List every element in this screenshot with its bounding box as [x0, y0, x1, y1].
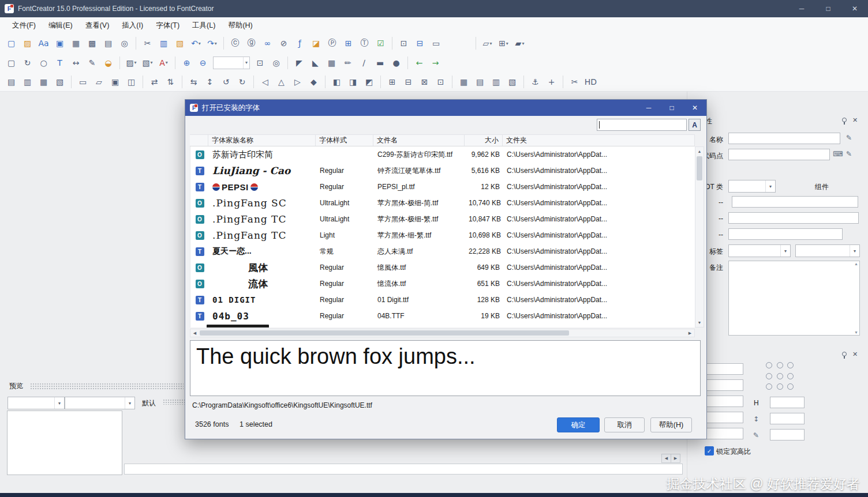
kerning-table-icon[interactable]: ▤ [472, 74, 488, 89]
note-textarea[interactable]: ▲ ▼ [728, 261, 860, 336]
pin-icon[interactable] [840, 351, 848, 359]
ot-value-input-2[interactable] [728, 212, 859, 224]
origin-dot[interactable] [777, 373, 783, 379]
show-metrics-icon[interactable]: ⊡ [433, 74, 448, 89]
height-input[interactable] [770, 397, 805, 408]
measure-tool-icon[interactable]: ↔ [68, 55, 84, 70]
chevron-down-icon[interactable]: ▾ [780, 245, 790, 257]
hatch-fill-icon[interactable]: ▧▾ [140, 55, 155, 70]
navigate-forward-icon[interactable]: → [428, 55, 443, 70]
free-rotate-icon[interactable]: ◆ [306, 74, 321, 89]
chevron-down-icon[interactable]: ▾ [243, 57, 249, 69]
font-list-row[interactable]: O 苏新诗古印宋简 C299-苏新诗古印宋简.ttf 9,962 KB C:\U… [190, 146, 695, 163]
chevron-down-icon[interactable]: ▾ [522, 41, 524, 46]
scroll-left-icon[interactable]: ◀ [190, 329, 199, 337]
link-icon[interactable]: ∞ [260, 36, 275, 51]
rotate-tool-icon[interactable]: ↻ [20, 55, 35, 70]
zoom-level-combobox[interactable]: ▾ [213, 57, 250, 69]
font-list-row[interactable]: T LiuJiang - Cao Regular 钟齐流江硬笔草体.ttf 5,… [190, 163, 695, 179]
opentype-table-icon[interactable]: ▧ [504, 74, 520, 89]
font-search-input[interactable] [597, 119, 687, 131]
unlink-icon[interactable]: ⊘ [276, 36, 291, 51]
zoom-in-icon[interactable]: ⊕ [179, 55, 194, 70]
subtract-contour-icon[interactable]: ▱ [91, 74, 107, 89]
add-contour-icon[interactable]: ▭ [75, 74, 91, 89]
insert-character-icon[interactable]: ⓒ [227, 36, 243, 51]
maximize-button[interactable]: □ [815, 0, 841, 17]
dialog-close-button[interactable]: ✕ [683, 100, 706, 116]
menu-view[interactable]: 查看(V) [79, 18, 116, 33]
help-button[interactable]: 帮助(H) [650, 417, 692, 432]
preview-font-combobox[interactable]: ▾ [8, 397, 65, 409]
ok-button[interactable]: 确定 [557, 417, 600, 432]
dialog-maximize-button[interactable]: □ [660, 100, 683, 116]
copy-icon[interactable]: ▥ [156, 36, 171, 51]
match-case-filter-button[interactable]: A [689, 119, 701, 131]
compare-fonts-icon[interactable]: ⊟ [412, 36, 428, 51]
arrange-windows-icon[interactable]: ⊞▾ [496, 36, 511, 51]
name-input[interactable] [728, 133, 840, 144]
dialog-minimize-button[interactable]: ─ [637, 100, 660, 116]
menu-tools[interactable]: 工具(L) [186, 18, 222, 33]
origin-dot[interactable] [766, 373, 772, 379]
show-guidelines-icon[interactable]: ⊠ [417, 74, 432, 89]
validate-icon[interactable]: ☑ [373, 36, 388, 51]
rotate-ccw-icon[interactable]: ↺ [218, 74, 234, 89]
skew-left-icon[interactable]: ◁ [257, 74, 273, 89]
origin-dot[interactable] [777, 362, 783, 368]
tags-filter-combobox[interactable]: ▾ [795, 244, 860, 257]
preview-size-combobox[interactable]: ▾ [65, 397, 135, 409]
panel-close-icon[interactable]: ✕ [852, 116, 858, 124]
cut-icon[interactable]: ✂ [140, 36, 155, 51]
column-folder[interactable]: 文件夹 [503, 135, 695, 146]
bool-union-icon[interactable]: ◧ [329, 74, 345, 89]
menu-edit[interactable]: 编辑(E) [42, 18, 79, 33]
font-list-row[interactable]: T 夏天ー恋... 常规 恋人未满.ttf 22,228 KB C:\Users… [190, 243, 695, 259]
tags-combobox[interactable]: ▾ [728, 244, 791, 257]
origin-dot[interactable] [787, 383, 794, 390]
font-list-row[interactable]: O 流体 Regular 憶流体.ttf 651 KB C:\Users\Adm… [190, 276, 695, 292]
angle-input[interactable] [770, 429, 805, 440]
text-tool-icon[interactable]: T [52, 55, 68, 70]
chevron-down-icon[interactable]: ▾ [166, 60, 168, 65]
font-list-row[interactable]: T 01 DIGIT Regular 01 Digit.ttf 128 KB C… [190, 292, 695, 308]
scroll-right-icon[interactable]: ▶ [686, 329, 694, 337]
horizontal-scrollbar[interactable]: ◀ ▶ [190, 329, 695, 337]
import-glyph-icon[interactable]: ▤ [3, 74, 19, 89]
font-list-row[interactable]: O 風体 Regular 憶風体.ttf 649 KB C:\Users\Adm… [190, 259, 695, 276]
paste-icon[interactable]: ▧ [172, 36, 188, 51]
font-list-row[interactable]: O .PingFang TC UltraLight 苹方黑体-极细-繁.ttf … [190, 211, 695, 227]
close-button[interactable]: ✕ [841, 0, 868, 17]
column-size[interactable]: 大小 [465, 135, 503, 146]
hd-preview-icon[interactable]: HD [583, 74, 598, 89]
bool-exclude-icon[interactable]: ◩ [361, 74, 377, 89]
font-color-icon[interactable]: A▾ [156, 55, 171, 70]
horizontal-scroll-strip[interactable] [124, 464, 683, 475]
column-family[interactable]: 字体家族名称 [208, 135, 316, 146]
ot-value-input-3[interactable] [728, 228, 843, 240]
edit-pencil-icon[interactable]: ✎ [846, 134, 852, 142]
class-table-icon[interactable]: ▥ [488, 74, 504, 89]
bool-intersect-icon[interactable]: ◨ [345, 74, 361, 89]
paste-outline-icon[interactable]: ▧ [52, 74, 68, 89]
column-icon[interactable] [190, 135, 208, 146]
origin-dot[interactable] [787, 373, 794, 379]
merge-contours-icon[interactable]: ▣ [107, 74, 123, 89]
zoom-selection-icon[interactable]: ⊡ [252, 55, 268, 70]
chevron-down-icon[interactable]: ▾ [54, 397, 64, 409]
chevron-down-icon[interactable]: ▾ [151, 60, 153, 65]
background-image-icon[interactable]: ▨▾ [124, 55, 139, 70]
minimize-button[interactable]: ─ [788, 0, 815, 17]
menu-file[interactable]: 文件(F) [6, 18, 42, 33]
offset-input[interactable] [770, 413, 805, 424]
split-contour-icon[interactable]: ◫ [124, 74, 139, 89]
add-guide-icon[interactable]: + [544, 74, 559, 89]
contour-tool-icon[interactable]: ○ [36, 55, 51, 70]
rotate-cw-icon[interactable]: ↻ [234, 74, 250, 89]
menu-insert[interactable]: 插入(I) [115, 18, 149, 33]
insert-image-icon[interactable]: ▦ [324, 55, 339, 70]
select-tool-icon[interactable]: ▢ [3, 55, 19, 70]
scroll-left-button[interactable]: ◀ [661, 454, 671, 463]
insert-glyph-icon[interactable]: ⓖ [244, 36, 259, 51]
glyph-properties-icon[interactable]: Ⓟ [324, 36, 340, 51]
